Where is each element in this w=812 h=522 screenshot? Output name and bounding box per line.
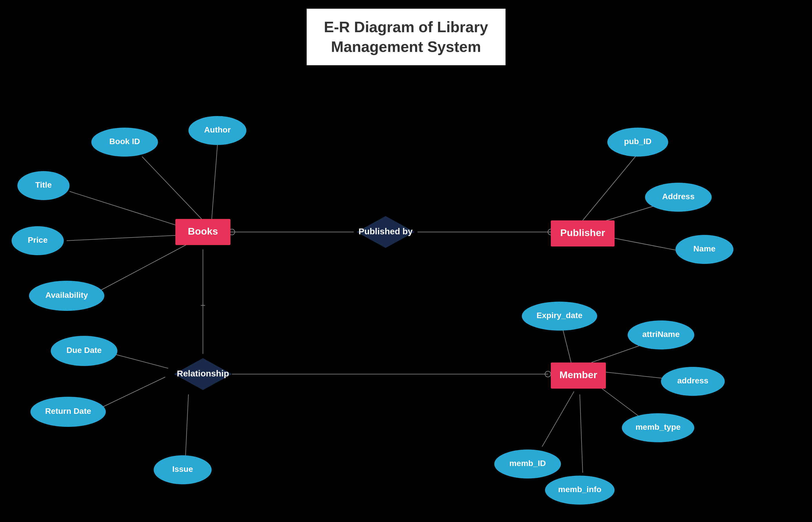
address-pub-label: Address	[662, 192, 694, 201]
memb-id-label: memb_ID	[509, 459, 546, 468]
due-date-label: Due Date	[66, 346, 102, 355]
svg-line-18	[562, 328, 571, 362]
return-date-label: Return Date	[45, 406, 91, 416]
memb-info-label: memb_info	[558, 485, 601, 494]
svg-line-4	[96, 244, 188, 293]
er-diagram: Books Publisher Member Published by Rela…	[0, 0, 812, 522]
title-label: Title	[35, 180, 51, 189]
svg-line-0	[142, 157, 203, 220]
svg-line-9	[583, 154, 638, 220]
svg-line-1	[212, 145, 217, 220]
svg-line-23	[580, 395, 583, 473]
svg-line-15	[186, 395, 188, 455]
address-mem-label: address	[677, 376, 708, 385]
author-label: Author	[204, 125, 231, 134]
relationship-label: Relationship	[177, 368, 229, 378]
svg-line-2	[69, 192, 188, 229]
issue-label: Issue	[172, 465, 193, 474]
book-id-label: Book ID	[109, 137, 140, 146]
books-label: Books	[188, 226, 218, 237]
expiry-date-label: Expiry_date	[537, 311, 583, 320]
attri-name-label: attriName	[642, 330, 680, 339]
memb-type-label: memb_type	[636, 423, 681, 431]
svg-line-13	[113, 354, 168, 368]
name-pub-label: Name	[693, 244, 715, 253]
svg-line-22	[542, 392, 574, 447]
price-label: Price	[28, 236, 48, 244]
published-by-label: Published by	[359, 226, 413, 236]
svg-line-14	[99, 377, 165, 409]
pub-id-label: pub_ID	[624, 137, 652, 146]
member-label: Member	[560, 369, 597, 380]
svg-text:+: +	[200, 300, 206, 310]
availability-label: Availability	[45, 290, 88, 300]
publisher-label: Publisher	[560, 227, 605, 238]
svg-line-3	[67, 235, 186, 241]
